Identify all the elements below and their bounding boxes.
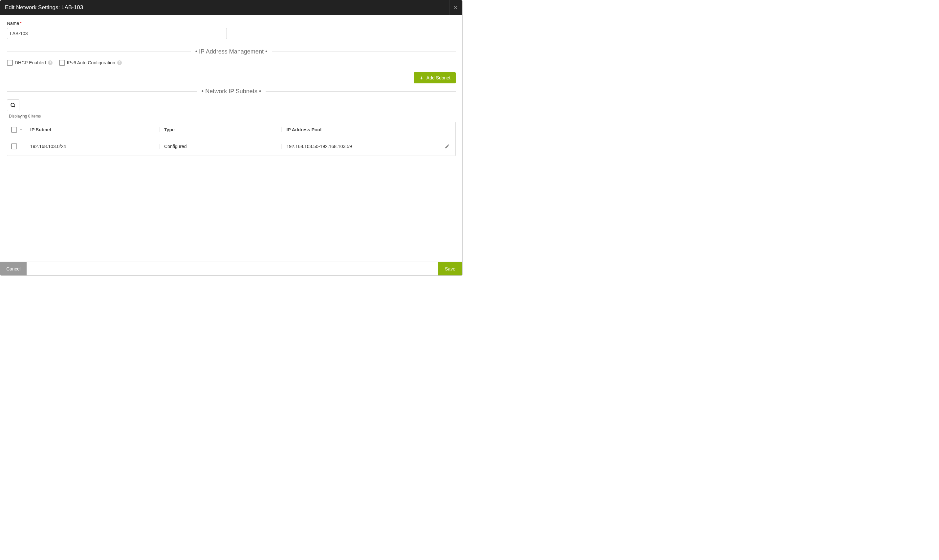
modal-header: Edit Network Settings: LAB-103 ✕ <box>0 0 462 15</box>
divider-line <box>7 91 197 92</box>
section-ipam-label: • IP Address Management • <box>191 48 272 55</box>
name-label-text: Name <box>7 21 19 26</box>
cell-ip-pool: 192.168.103.50-192.168.103.59 <box>282 144 439 149</box>
checkbox-row: DHCP Enabled ? IPv6 Auto Configuration ? <box>7 60 456 66</box>
select-all-checkbox[interactable] <box>11 127 17 132</box>
header-ip-pool[interactable]: IP Address Pool <box>282 127 439 132</box>
dhcp-enabled-group: DHCP Enabled ? <box>7 60 52 66</box>
dhcp-enabled-label: DHCP Enabled <box>15 60 46 65</box>
add-subnet-row: ＋ Add Subnet <box>7 72 456 83</box>
help-icon[interactable]: ? <box>117 60 122 65</box>
modal-title: Edit Network Settings: LAB-103 <box>5 4 83 11</box>
dhcp-enabled-checkbox[interactable] <box>7 60 13 66</box>
table-row[interactable]: 192.168.103.0/24 Configured 192.168.103.… <box>7 137 456 155</box>
svg-line-1 <box>14 106 15 107</box>
section-ipam: • IP Address Management • <box>7 48 456 55</box>
save-button[interactable]: Save <box>438 262 462 275</box>
plus-icon: ＋ <box>419 75 424 81</box>
add-subnet-button[interactable]: ＋ Add Subnet <box>414 72 456 83</box>
cell-actions <box>439 144 456 149</box>
svg-point-0 <box>11 103 14 107</box>
row-select-cell <box>7 143 27 149</box>
close-icon: ✕ <box>453 5 458 11</box>
subnets-table: IP Subnet Type IP Address Pool 192.168.1… <box>7 122 456 156</box>
search-icon <box>10 102 16 108</box>
modal-body: Name* • IP Address Management • DHCP Ena… <box>0 15 462 262</box>
header-select-all <box>7 127 27 132</box>
header-type[interactable]: Type <box>159 127 282 132</box>
cancel-button[interactable]: Cancel <box>0 262 26 275</box>
required-star-icon: * <box>20 21 22 26</box>
divider-line <box>266 91 456 92</box>
close-button[interactable]: ✕ <box>453 5 458 11</box>
name-label: Name* <box>7 21 456 26</box>
section-subnets: • Network IP Subnets • <box>7 88 456 95</box>
header-divider <box>449 0 449 15</box>
add-subnet-label: Add Subnet <box>426 75 451 80</box>
section-subnets-label: • Network IP Subnets • <box>197 88 266 95</box>
modal-footer: Cancel Save <box>0 262 462 275</box>
header-ip-subnet[interactable]: IP Subnet <box>27 127 159 132</box>
ipv6-auto-group: IPv6 Auto Configuration ? <box>59 60 122 66</box>
display-count: Displaying 0 items <box>7 114 456 118</box>
cell-ip-subnet: 192.168.103.0/24 <box>27 144 159 149</box>
ipv6-auto-label: IPv6 Auto Configuration <box>67 60 115 65</box>
close-area: ✕ <box>449 0 458 15</box>
footer-spacer <box>26 262 438 275</box>
edit-icon[interactable] <box>445 144 450 149</box>
ipv6-auto-checkbox[interactable] <box>59 60 65 66</box>
row-checkbox[interactable] <box>11 143 17 149</box>
table-header: IP Subnet Type IP Address Pool <box>7 122 456 137</box>
help-icon[interactable]: ? <box>48 60 52 65</box>
search-button[interactable] <box>7 100 19 111</box>
chevron-down-icon[interactable] <box>19 128 23 132</box>
cell-type: Configured <box>159 144 282 149</box>
name-input[interactable] <box>7 28 227 39</box>
